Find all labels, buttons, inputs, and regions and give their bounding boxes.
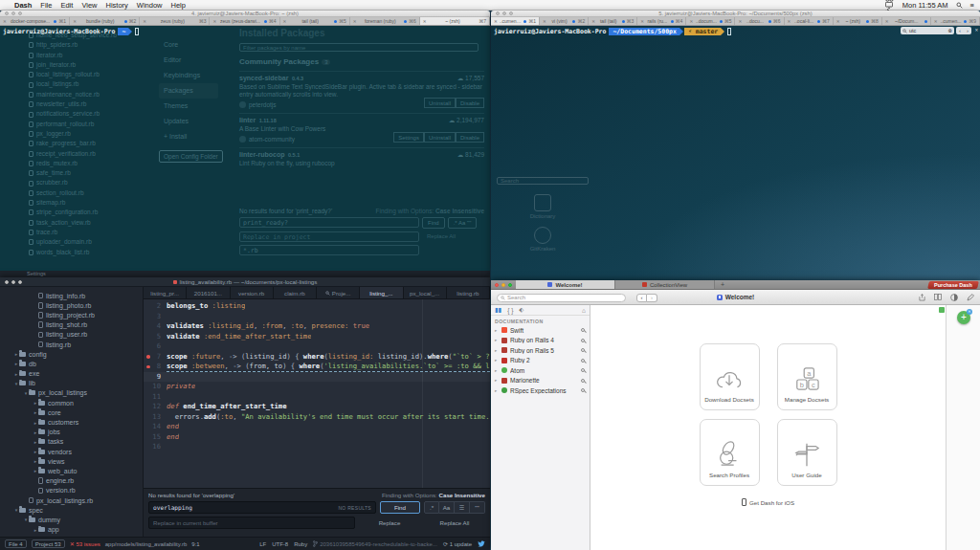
- case-toggle[interactable]: Aa: [439, 501, 455, 514]
- issues-count[interactable]: ✕ 53 issues: [70, 540, 100, 547]
- docset-item[interactable]: ▸Ruby on Rails 5: [491, 345, 590, 356]
- search-docset-icon[interactable]: [581, 348, 585, 352]
- terminal-tab[interactable]: ✕..cumen...⌘9: [931, 17, 980, 25]
- code-editor[interactable]: 2belongs_to :listing34validates :listing…: [144, 299, 490, 488]
- replace-all-button[interactable]: Replace All: [424, 519, 485, 526]
- menu-item-window[interactable]: Window: [137, 1, 163, 10]
- display-icon[interactable]: [885, 2, 895, 9]
- close-tab-icon[interactable]: ✕: [283, 19, 287, 24]
- terminal-tab[interactable]: ✕..docu...⌘6: [735, 17, 784, 25]
- menu-item-history[interactable]: History: [106, 1, 128, 10]
- terminal-tab[interactable]: ✕zeus (ruby)⌘3: [140, 17, 210, 25]
- close-search-icon[interactable]: ✕: [975, 27, 978, 33]
- file-issues-chip[interactable]: File 4: [5, 539, 27, 548]
- terminal-tab[interactable]: ✕..ocal-li...⌘7: [785, 17, 834, 25]
- editor-tab[interactable]: Proje...: [317, 287, 360, 298]
- menu-app-name[interactable]: Dash: [14, 1, 32, 10]
- close-tab-icon[interactable]: ✕: [934, 19, 938, 24]
- tree-item[interactable]: ▸core: [0, 407, 143, 417]
- disclosure-icon[interactable]: ▸: [495, 338, 499, 342]
- close-tab-icon[interactable]: ✕: [640, 19, 644, 24]
- editor-tab[interactable]: listing_pr...: [144, 287, 187, 298]
- tags-icon[interactable]: ⬖: [519, 306, 523, 314]
- share-icon[interactable]: [919, 294, 925, 301]
- regex-toggle[interactable]: .*: [424, 501, 439, 514]
- line-ending[interactable]: LF: [259, 541, 266, 547]
- right-terminal-content[interactable]: Search Dictionary GitKraken javierruiz@J…: [491, 26, 980, 280]
- tree-item[interactable]: ▸db: [0, 359, 143, 368]
- get-dash-ios-link[interactable]: Get Dash for iOS: [590, 498, 946, 506]
- search-docset-icon[interactable]: [581, 328, 585, 332]
- terminal-tab[interactable]: ✕~ (zsh)⌘8: [834, 17, 882, 25]
- tree-item[interactable]: listing_user.rb: [0, 330, 143, 340]
- docset-item[interactable]: ▸Marionette: [491, 376, 590, 386]
- cursor-position[interactable]: 9:1: [191, 541, 199, 547]
- tree-item[interactable]: ▾px_local_listings: [0, 388, 143, 398]
- terminal-tab[interactable]: ✕..cuments/...⌘1: [491, 17, 540, 25]
- new-tab-button[interactable]: +: [715, 280, 730, 289]
- close-tab-icon[interactable]: ✕: [143, 19, 146, 24]
- disclosure-icon[interactable]: ▸: [495, 358, 499, 363]
- close-tab-icon[interactable]: ✕: [738, 19, 742, 24]
- search-docset-icon[interactable]: [581, 368, 585, 372]
- tree-item[interactable]: px_local_listings.rb: [0, 495, 143, 505]
- tree-item[interactable]: listing_info.rb: [0, 291, 143, 300]
- tree-item[interactable]: ▸config: [0, 349, 143, 359]
- editor-tab[interactable]: listing_...: [360, 287, 403, 298]
- tree-item[interactable]: listing_shot.rb: [0, 320, 143, 330]
- terminal-tab[interactable]: ✕~ (zsh)⌘7: [420, 17, 490, 25]
- card-search-profiles[interactable]: Search Profiles: [700, 419, 760, 486]
- updates-indicator[interactable]: ⟳ 1 update: [443, 540, 472, 547]
- add-annotation-button[interactable]: +✕: [957, 311, 970, 324]
- atom-titlebar[interactable]: listing_availability.rb — ~/documents/px…: [0, 277, 490, 287]
- card-download-docsets[interactable]: Download Docsets: [700, 343, 760, 410]
- tree-item[interactable]: ▾spec: [0, 505, 143, 515]
- disclosure-icon[interactable]: ▸: [495, 328, 499, 333]
- search-docset-icon[interactable]: [581, 379, 585, 383]
- tree-item[interactable]: ▸views: [0, 456, 143, 466]
- notification-center-icon[interactable]: ≡: [970, 1, 974, 10]
- clear-search-icon[interactable]: ⊗: [947, 28, 952, 33]
- tree-item[interactable]: engine.rb: [0, 476, 143, 486]
- tree-item[interactable]: ▸common: [0, 398, 143, 407]
- editor-tab[interactable]: version.rb: [231, 287, 274, 298]
- docsets-filter-icon[interactable]: ▮▮: [495, 306, 501, 314]
- tree-item[interactable]: ▸exe: [0, 369, 143, 379]
- terminal-tab[interactable]: ✕~/Docum...: [882, 17, 931, 25]
- close-tab-icon[interactable]: ✕: [543, 19, 546, 24]
- terminal-tab[interactable]: ✕tail (tail)⌘3: [589, 17, 637, 25]
- annotate-icon[interactable]: [967, 294, 974, 301]
- tree-item[interactable]: ▾dummy: [0, 515, 143, 524]
- editor-tab[interactable]: claim.rb: [274, 287, 317, 298]
- project-issues-chip[interactable]: Project 53: [32, 539, 65, 548]
- terminal-tab[interactable]: ✕..docum...⌘5: [686, 17, 735, 25]
- terminal-tab[interactable]: ✕docker-compose...⌘1: [0, 17, 70, 25]
- tree-item[interactable]: listing.rb: [0, 340, 143, 349]
- menu-item-view[interactable]: View: [81, 1, 97, 10]
- left-terminal-titlebar[interactable]: 4. javierruiz@Javiers-MacBook-Pro: ~ (zs…: [0, 11, 490, 17]
- find-input[interactable]: overlapping NO RESULTS: [148, 501, 376, 514]
- twitter-bird-icon[interactable]: [478, 540, 485, 547]
- close-tab-icon[interactable]: ✕: [423, 19, 427, 24]
- editor-tab[interactable]: px_local_...: [404, 287, 447, 298]
- docset-item[interactable]: ▸Atom: [491, 365, 590, 376]
- tree-item[interactable]: listing_photo.rb: [0, 300, 143, 310]
- close-tab-icon[interactable]: ✕: [494, 19, 498, 24]
- close-tab-icon[interactable]: ✕: [689, 19, 693, 24]
- docset-item[interactable]: ▸Swift: [491, 325, 590, 336]
- editor-tab[interactable]: listing.rb: [447, 287, 490, 298]
- docset-item[interactable]: ▸Ruby 2: [491, 356, 590, 366]
- split-view-icon[interactable]: [934, 294, 942, 300]
- dash-tab-collectionview[interactable]: CollectionView: [615, 280, 715, 289]
- terminal-tab[interactable]: ✕rails (ru...⌘4: [637, 17, 686, 25]
- search-docset-icon[interactable]: [581, 339, 585, 342]
- spotlight-icon[interactable]: [956, 2, 963, 9]
- snippets-icon[interactable]: { }: [507, 307, 513, 314]
- terminal-tab[interactable]: ✕zeus (zeus-darwi...⌘4: [210, 17, 279, 25]
- terminal-tab[interactable]: ✕tail (tail)⌘5: [280, 17, 350, 25]
- close-tab-icon[interactable]: ✕: [591, 19, 595, 24]
- terminal-tab[interactable]: ✕vi (vim)⌘2: [540, 17, 589, 25]
- editor-tab[interactable]: 2016101...: [187, 287, 230, 298]
- terminal-search-field[interactable]: utc ⊗: [901, 27, 954, 34]
- purchase-dash-banner[interactable]: Purchase Dash: [927, 281, 978, 289]
